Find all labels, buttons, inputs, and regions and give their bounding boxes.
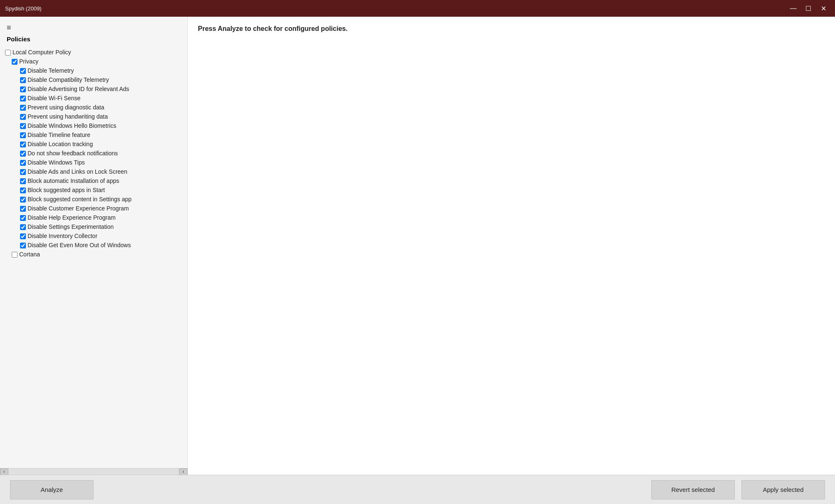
label-disable-location-tracking: Disable Location tracking [28,141,93,147]
toolbar-right: Revert selected Apply selected [651,480,825,499]
close-button[interactable]: ✕ [817,3,830,14]
horizontal-scrollbar[interactable]: ‹ › [0,468,187,475]
checkbox-disable-customer-experience[interactable] [20,206,26,212]
label-block-suggested-apps-start: Block suggested apps in Start [28,187,105,193]
tree-item-disable-advertising-id[interactable]: Disable Advertising ID for Relevant Ads [3,84,187,94]
tree-item-disable-windows-hello[interactable]: Disable Windows Hello Biometrics [3,121,187,130]
scroll-right-button[interactable]: › [179,469,187,475]
checkbox-disable-advertising-id[interactable] [20,86,26,92]
tree-item-disable-location-tracking[interactable]: Disable Location tracking [3,139,187,149]
checkbox-disable-ads-lock-screen[interactable] [20,169,26,175]
label-disable-get-even-more: Disable Get Even More Out of Windows [28,242,131,248]
checkbox-block-auto-install-apps[interactable] [20,178,26,184]
checkbox-block-suggested-content-settings[interactable] [20,197,26,203]
bottom-toolbar: Analyze Revert selected Apply selected [0,475,835,504]
checkbox-disable-get-even-more[interactable] [20,243,26,248]
checkbox-block-suggested-apps-start[interactable] [20,187,26,193]
apply-selected-button[interactable]: Apply selected [741,480,825,499]
checkbox-disable-wifi-sense[interactable] [20,96,26,101]
checkbox-cortana[interactable] [12,252,18,258]
tree-item-disable-telemetry[interactable]: Disable Telemetry [3,66,187,75]
checkbox-disable-telemetry[interactable] [20,68,26,74]
label-cortana: Cortana [19,251,40,258]
tree-item-disable-inventory-collector[interactable]: Disable Inventory Collector [3,231,187,241]
tree-item-block-auto-install-apps[interactable]: Block automatic Installation of apps [3,176,187,185]
tree-item-disable-help-experience[interactable]: Disable Help Experience Program [3,213,187,222]
tree-item-disable-customer-experience[interactable]: Disable Customer Experience Program [3,204,187,213]
tree-item-no-feedback-notifications[interactable]: Do not show feedback notifications [3,149,187,158]
maximize-button[interactable]: ☐ [802,3,815,14]
label-disable-wifi-sense: Disable Wi-Fi Sense [28,95,81,101]
tree-item-disable-wifi-sense[interactable]: Disable Wi-Fi Sense [3,94,187,103]
label-disable-ads-lock-screen: Disable Ads and Links on Lock Screen [28,168,127,175]
checkbox-disable-compat-telemetry[interactable] [20,77,26,83]
tree-item-local-computer-policy[interactable]: Local Computer Policy [3,48,187,57]
checkbox-disable-settings-experimentation[interactable] [20,224,26,230]
tree-item-privacy[interactable]: Privacy [3,57,187,66]
analyze-button[interactable]: Analyze [10,480,94,499]
right-panel: Press Analyze to check for configured po… [188,17,835,475]
checkbox-disable-windows-hello[interactable] [20,123,26,129]
label-prevent-diagnostic-data: Prevent using diagnostic data [28,104,104,111]
checkbox-privacy[interactable] [12,59,18,65]
label-block-suggested-content-settings: Block suggested content in Settings app [28,196,132,203]
tree-container[interactable]: Local Computer PolicyPrivacyDisable Tele… [0,46,187,468]
analyze-prompt: Press Analyze to check for configured po… [198,25,825,33]
minimize-button[interactable]: — [787,3,800,14]
label-disable-help-experience: Disable Help Experience Program [28,214,116,221]
label-disable-compat-telemetry: Disable Compatibility Telemetry [28,76,109,83]
title-bar-title: Spydish (2009) [5,5,787,12]
title-bar: Spydish (2009) — ☐ ✕ [0,0,835,17]
checkbox-disable-location-tracking[interactable] [20,142,26,147]
revert-selected-button[interactable]: Revert selected [651,480,735,499]
tree-item-block-suggested-apps-start[interactable]: Block suggested apps in Start [3,185,187,195]
tree-item-prevent-handwriting-data[interactable]: Prevent using handwriting data [3,112,187,121]
checkbox-prevent-handwriting-data[interactable] [20,114,26,120]
left-panel: ≡ Policies Local Computer PolicyPrivacyD… [0,17,188,475]
checkbox-disable-help-experience[interactable] [20,215,26,221]
checkbox-local-computer-policy[interactable] [5,50,11,56]
label-privacy: Privacy [19,58,38,65]
tree-item-disable-timeline[interactable]: Disable Timeline feature [3,130,187,139]
label-local-computer-policy: Local Computer Policy [13,49,71,56]
checkbox-disable-windows-tips[interactable] [20,160,26,166]
checkbox-no-feedback-notifications[interactable] [20,151,26,157]
scroll-track[interactable] [8,469,179,474]
tree-item-disable-settings-experimentation[interactable]: Disable Settings Experimentation [3,222,187,231]
app-body: ≡ Policies Local Computer PolicyPrivacyD… [0,17,835,504]
label-disable-inventory-collector: Disable Inventory Collector [28,233,97,239]
title-bar-controls: — ☐ ✕ [787,3,830,14]
label-disable-windows-tips: Disable Windows Tips [28,159,85,166]
label-block-auto-install-apps: Block automatic Installation of apps [28,177,119,184]
tree-item-disable-ads-lock-screen[interactable]: Disable Ads and Links on Lock Screen [3,167,187,176]
top-area: ≡ Policies Local Computer PolicyPrivacyD… [0,17,835,475]
label-disable-timeline: Disable Timeline feature [28,132,90,138]
label-disable-customer-experience: Disable Customer Experience Program [28,205,129,212]
left-panel-header: ≡ [0,17,187,35]
checkbox-disable-inventory-collector[interactable] [20,233,26,239]
tree-item-disable-windows-tips[interactable]: Disable Windows Tips [3,158,187,167]
label-disable-telemetry: Disable Telemetry [28,67,74,74]
checkbox-disable-timeline[interactable] [20,132,26,138]
policies-title: Policies [0,35,187,46]
tree-item-disable-get-even-more[interactable]: Disable Get Even More Out of Windows [3,241,187,250]
label-disable-advertising-id: Disable Advertising ID for Relevant Ads [28,86,129,92]
label-prevent-handwriting-data: Prevent using handwriting data [28,113,108,120]
scroll-left-button[interactable]: ‹ [0,469,8,475]
tree-item-prevent-diagnostic-data[interactable]: Prevent using diagnostic data [3,103,187,112]
checkbox-prevent-diagnostic-data[interactable] [20,105,26,111]
label-disable-settings-experimentation: Disable Settings Experimentation [28,223,114,230]
tree-item-block-suggested-content-settings[interactable]: Block suggested content in Settings app [3,195,187,204]
tree-item-disable-compat-telemetry[interactable]: Disable Compatibility Telemetry [3,75,187,84]
label-disable-windows-hello: Disable Windows Hello Biometrics [28,122,116,129]
label-no-feedback-notifications: Do not show feedback notifications [28,150,118,157]
tree-item-cortana[interactable]: Cortana [3,250,187,259]
hamburger-icon[interactable]: ≡ [7,23,11,32]
